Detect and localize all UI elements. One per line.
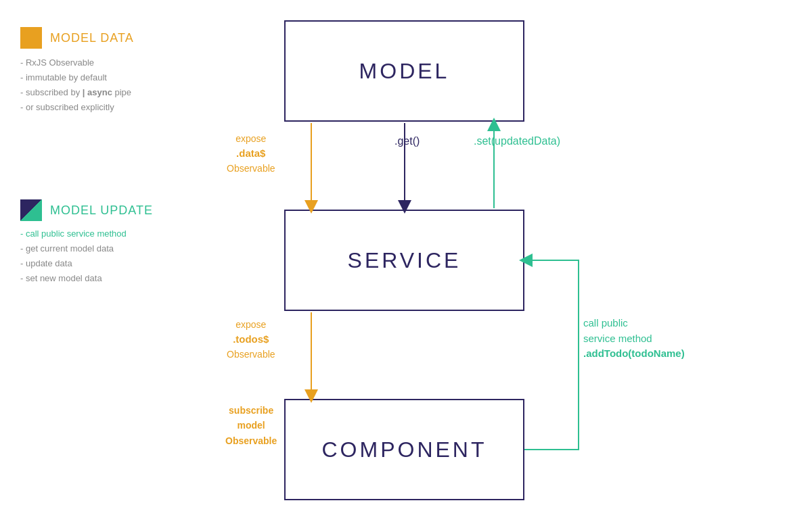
- diagram-container: MODEL DATA - RxJS Observable - immutable…: [0, 0, 812, 505]
- legend-update-icon: [20, 199, 42, 221]
- component-box: COMPONENT: [284, 399, 524, 500]
- annotation-expose-todos: expose .todos$ Observable: [227, 318, 275, 362]
- legend-update-item-3: - update data: [20, 256, 153, 271]
- component-box-label: COMPONENT: [322, 437, 487, 462]
- legend-model-items: - RxJS Observable - immutable by default…: [20, 55, 134, 115]
- legend-model-update: MODEL UPDATE - call public service metho…: [20, 199, 153, 286]
- legend-item-3: - subscribed by | async pipe: [20, 85, 134, 100]
- legend-item-1: - RxJS Observable: [20, 55, 134, 70]
- model-box: MODEL: [284, 20, 524, 122]
- annotation-set: .set(updatedData): [474, 135, 560, 147]
- legend-update-title: MODEL UPDATE: [50, 203, 153, 218]
- service-box-label: SERVICE: [348, 248, 461, 273]
- legend-update-item-1: - call public service method: [20, 226, 153, 241]
- legend-update-item-2: - get current model data: [20, 241, 153, 256]
- service-box: SERVICE: [284, 210, 524, 311]
- model-box-label: MODEL: [359, 59, 450, 84]
- legend-model-title: MODEL DATA: [50, 31, 134, 45]
- legend-update-item-4: - set new model data: [20, 271, 153, 286]
- legend-orange-icon: [20, 27, 42, 49]
- annotation-expose-data: expose .data$ Observable: [227, 132, 275, 176]
- legend-item-2: - immutable by default: [20, 70, 134, 85]
- legend-model-data: MODEL DATA - RxJS Observable - immutable…: [20, 27, 134, 115]
- annotation-subscribe: subscribe model Observable: [225, 403, 277, 448]
- annotation-get: .get(): [394, 135, 420, 147]
- annotation-call-public: call public service method .addTodo(todo…: [583, 316, 685, 362]
- legend-update-items: - call public service method - get curre…: [20, 226, 153, 286]
- legend-item-4: - or subscribed explicitly: [20, 100, 134, 115]
